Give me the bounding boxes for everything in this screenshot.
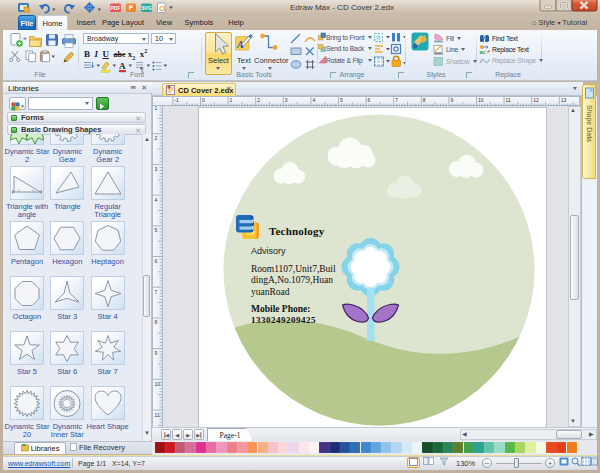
svg-text:3: 3 bbox=[155, 166, 158, 172]
svg-text:7: 7 bbox=[155, 289, 158, 295]
svg-text:A: A bbox=[119, 61, 126, 71]
svg-text:Mobile Phone:: Mobile Phone: bbox=[251, 304, 310, 314]
svg-text:10: 10 bbox=[478, 96, 484, 102]
svg-text:-1: -1 bbox=[174, 96, 179, 102]
svg-text:SVG: SVG bbox=[141, 5, 152, 11]
svg-text:Technology: Technology bbox=[269, 225, 325, 237]
svg-text:1330249209425: 1330249209425 bbox=[251, 315, 316, 325]
svg-text:dingA,No.1079,Huan: dingA,No.1079,Huan bbox=[251, 275, 333, 285]
svg-text:7: 7 bbox=[395, 96, 398, 102]
svg-text:8: 8 bbox=[155, 319, 158, 325]
svg-text:ac: ac bbox=[480, 49, 486, 55]
svg-text:1: 1 bbox=[155, 106, 158, 111]
svg-text:3: 3 bbox=[285, 96, 288, 102]
svg-text:4: 4 bbox=[312, 96, 315, 102]
svg-text:6: 6 bbox=[155, 258, 158, 264]
svg-text:¶: ¶ bbox=[140, 66, 144, 73]
svg-text:8: 8 bbox=[423, 96, 426, 102]
svg-text:9: 9 bbox=[450, 96, 453, 102]
svg-text:10: 10 bbox=[155, 381, 161, 387]
svg-text:6: 6 bbox=[368, 96, 371, 102]
svg-text:1: 1 bbox=[230, 96, 233, 102]
svg-text:5: 5 bbox=[340, 96, 343, 102]
svg-text:PDF: PDF bbox=[111, 5, 121, 11]
svg-text:9: 9 bbox=[155, 350, 158, 356]
svg-text:12: 12 bbox=[533, 96, 539, 102]
svg-text:Room1107,Unit7,Buil: Room1107,Unit7,Buil bbox=[251, 264, 336, 274]
svg-text:yuanRoad: yuanRoad bbox=[251, 287, 290, 297]
svg-text:4: 4 bbox=[155, 197, 158, 203]
svg-text:13: 13 bbox=[561, 96, 567, 102]
svg-text:2: 2 bbox=[155, 135, 158, 141]
svg-text:P: P bbox=[129, 4, 134, 11]
svg-text:11: 11 bbox=[506, 96, 511, 102]
svg-text:Advisory: Advisory bbox=[251, 246, 286, 256]
svg-text:11: 11 bbox=[155, 412, 160, 418]
svg-text:0: 0 bbox=[202, 96, 205, 102]
svg-text:2: 2 bbox=[257, 96, 260, 102]
svg-text:5: 5 bbox=[155, 227, 158, 233]
